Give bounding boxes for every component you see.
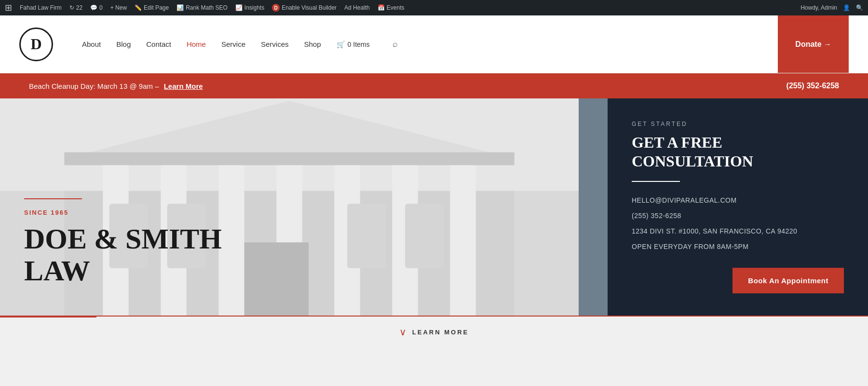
updates[interactable]: ↻ 22 <box>69 4 82 11</box>
hero-section: SINCE 1965 DOE & SMITH LAW GET STARTED G… <box>0 98 868 316</box>
hero-title-line2: LAW <box>24 255 222 287</box>
nav-shop[interactable]: Shop <box>304 40 321 48</box>
announcement-label: Beach Cleanup Day: March 13 @ 9am – <box>29 82 159 90</box>
logo[interactable]: D <box>19 28 53 61</box>
nav-services[interactable]: Services <box>261 40 289 48</box>
panel-divider <box>632 181 680 182</box>
insights-icon: 📈 <box>235 4 243 11</box>
edit-page-label: Edit Page <box>144 4 169 11</box>
edit-page-button[interactable]: ✏️ Edit Page <box>135 4 169 11</box>
hero-since: SINCE 1965 <box>24 209 222 216</box>
update-count: 22 <box>76 4 82 11</box>
nav-service[interactable]: Service <box>221 40 245 48</box>
wp-logo[interactable]: ⊞ <box>5 2 12 13</box>
hero-content: SINCE 1965 DOE & SMITH LAW <box>24 198 222 287</box>
admin-bar-right: Howdy, Admin 👤 🔍 <box>800 4 863 11</box>
events-icon: 📅 <box>378 4 385 11</box>
panel-get-started-label: GET STARTED <box>632 121 844 127</box>
comment-count: 0 <box>99 4 103 11</box>
enable-builder-button[interactable]: D Enable Visual Builder <box>272 4 337 12</box>
ad-health-button[interactable]: Ad Health <box>344 4 370 11</box>
bottom-bar: ∨ LEARN MORE <box>0 316 868 347</box>
logo-letter: D <box>30 35 41 53</box>
hero-title: DOE & SMITH LAW <box>24 223 222 287</box>
nav-blog[interactable]: Blog <box>116 40 131 48</box>
new-button[interactable]: + New <box>110 4 127 11</box>
events-button[interactable]: 📅 Events <box>378 4 405 11</box>
rank-math-button[interactable]: 📊 Rank Math SEO <box>176 4 228 11</box>
wp-icon: ⊞ <box>5 2 12 13</box>
logo-circle: D <box>19 28 53 61</box>
nav-contact[interactable]: Contact <box>146 40 171 48</box>
nav-about[interactable]: About <box>82 40 101 48</box>
edit-icon: ✏️ <box>135 4 142 11</box>
hero-title-line1: DOE & SMITH <box>24 223 222 255</box>
announcement-text: Beach Cleanup Day: March 13 @ 9am – Lear… <box>29 82 203 90</box>
comment-icon: 💬 <box>90 4 97 11</box>
insights-label: Insights <box>244 4 264 11</box>
panel-info: HELLO@DIVIPARALEGAL.COM (255) 352-6258 1… <box>632 196 844 250</box>
cart-icon: 🛒 <box>337 41 345 48</box>
new-label: + New <box>110 4 127 11</box>
admin-bar: ⊞ Fahad Law Firm ↻ 22 💬 0 + New ✏️ Edit … <box>0 0 868 15</box>
chevron-down-icon: ∨ <box>399 326 407 338</box>
announcement-bar: Beach Cleanup Day: March 13 @ 9am – Lear… <box>0 73 868 98</box>
insights-button[interactable]: 📈 Insights <box>235 4 264 11</box>
nav-search-icon[interactable]: ⌕ <box>393 39 398 49</box>
howdy-label: Howdy, Admin <box>800 4 837 11</box>
rank-math-label: Rank Math SEO <box>186 4 228 11</box>
panel-hours: OPEN EVERYDAY FROM 8AM-5PM <box>632 243 844 250</box>
site-name-label: Fahad Law Firm <box>20 4 62 11</box>
book-appointment-button[interactable]: Book An Appointment <box>732 268 844 293</box>
cart-area[interactable]: 🛒 0 Items <box>337 41 370 48</box>
panel-email: HELLO@DIVIPARALEGAL.COM <box>632 196 844 204</box>
announcement-phone: (255) 352-6258 <box>787 82 839 90</box>
main-nav: About Blog Contact Home Service Services… <box>82 39 778 49</box>
update-icon: ↻ <box>69 4 74 11</box>
learn-more-link[interactable]: Learn More <box>164 82 203 90</box>
learn-more-label[interactable]: LEARN MORE <box>412 329 469 336</box>
chart-icon: 📊 <box>176 4 184 11</box>
donate-button[interactable]: Donate → <box>778 15 849 73</box>
panel-headline: GET A FREE CONSULTATION <box>632 133 844 170</box>
hero-image-area: SINCE 1965 DOE & SMITH LAW <box>0 98 579 316</box>
search-icon[interactable]: 🔍 <box>856 4 863 11</box>
nav-home[interactable]: Home <box>187 40 206 48</box>
comments[interactable]: 💬 0 <box>90 4 103 11</box>
hero-divider <box>24 198 82 199</box>
site-name[interactable]: Fahad Law Firm <box>20 4 62 11</box>
ad-health-label: Ad Health <box>344 4 370 11</box>
panel-address: 1234 DIVI ST. #1000, SAN FRANCISCO, CA 9… <box>632 227 844 235</box>
hero-right-panel: GET STARTED GET A FREE CONSULTATION HELL… <box>579 98 868 316</box>
events-label: Events <box>387 4 405 11</box>
site-header: D About Blog Contact Home Service Servic… <box>0 15 868 73</box>
panel-phone: (255) 352-6258 <box>632 212 844 220</box>
enable-builder-label: Enable Visual Builder <box>282 4 337 11</box>
hero-slate-bar <box>579 98 608 316</box>
divi-icon: D <box>272 4 280 12</box>
cart-label: 0 Items <box>348 41 370 48</box>
admin-avatar: 👤 <box>843 4 850 11</box>
consultation-panel: GET STARTED GET A FREE CONSULTATION HELL… <box>608 98 868 316</box>
